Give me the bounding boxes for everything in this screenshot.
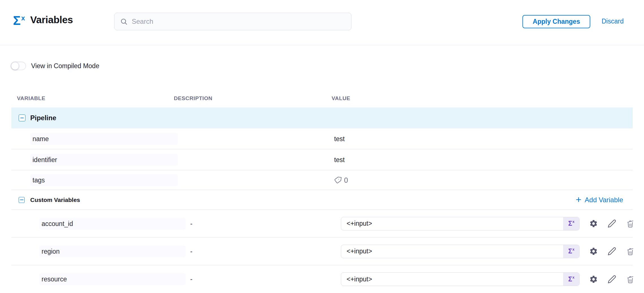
search-input[interactable]	[132, 18, 345, 25]
value-input[interactable]	[341, 245, 563, 258]
tags-count: 0	[334, 176, 348, 184]
row-actions	[589, 219, 635, 228]
runtime-input-sigma-icon[interactable]: Σx	[563, 245, 579, 258]
table-row-name: name test	[11, 128, 633, 149]
table-row-tags: tags 0	[11, 170, 633, 190]
runtime-input-field[interactable]: Σx	[341, 245, 580, 258]
group-title-custom-variables: Custom Variables	[30, 197, 80, 203]
row-actions	[589, 247, 635, 256]
column-header-value: VALUE	[332, 95, 350, 102]
variable-name-cell: region	[39, 245, 186, 257]
sigma-x-logo-icon: Σx	[13, 14, 24, 27]
variable-name-cell: tags	[30, 174, 178, 186]
table-row-resource: resource - Σx	[11, 265, 633, 293]
variable-value-cell: test	[334, 135, 345, 143]
group-row-custom-variables: Custom Variables + Add Variable	[11, 190, 633, 210]
delete-trash-icon[interactable]	[626, 247, 635, 256]
settings-gear-icon[interactable]	[589, 219, 598, 228]
value-input[interactable]	[341, 217, 563, 230]
collapse-minus-icon[interactable]	[19, 197, 25, 203]
settings-gear-icon[interactable]	[589, 247, 598, 256]
toggle-knob	[11, 62, 19, 70]
collapse-minus-icon[interactable]	[19, 115, 25, 121]
table-row-region: region - Σx	[11, 238, 633, 265]
magnifier-icon	[120, 18, 128, 25]
search-box[interactable]	[114, 13, 351, 30]
runtime-input-field[interactable]: Σx	[341, 272, 580, 286]
compiled-mode-toolbar: View in Compiled Mode	[11, 62, 99, 70]
compiled-mode-label: View in Compiled Mode	[31, 62, 99, 70]
runtime-input-field[interactable]: Σx	[341, 217, 580, 230]
discard-button[interactable]: Discard	[602, 18, 624, 25]
settings-gear-icon[interactable]	[589, 275, 598, 284]
column-header-description: DESCRIPTION	[174, 95, 212, 102]
column-header-variable: VARIABLE	[17, 95, 46, 102]
edit-pencil-icon[interactable]	[607, 247, 616, 256]
add-variable-button[interactable]: + Add Variable	[576, 195, 623, 205]
runtime-input-sigma-icon[interactable]: Σx	[563, 273, 579, 286]
edit-pencil-icon[interactable]	[607, 219, 616, 228]
group-title-pipeline: Pipeline	[30, 114, 56, 122]
variable-name-cell: account_id	[39, 218, 186, 229]
runtime-input-sigma-icon[interactable]: Σx	[563, 217, 579, 230]
delete-trash-icon[interactable]	[626, 275, 635, 284]
description-cell: -	[190, 220, 193, 227]
compiled-mode-toggle[interactable]	[11, 62, 26, 70]
table-row-identifier: identifier test	[11, 149, 633, 170]
variable-value-cell: test	[334, 156, 345, 163]
plus-icon: +	[576, 195, 581, 204]
variables-table: VARIABLE DESCRIPTION VALUE Pipeline name…	[11, 92, 633, 293]
variable-name-cell: name	[30, 133, 178, 145]
description-cell: -	[190, 275, 193, 283]
group-row-pipeline: Pipeline	[11, 107, 633, 128]
variable-name-cell: resource	[39, 273, 186, 285]
tag-icon	[333, 176, 342, 184]
row-actions	[589, 275, 635, 284]
delete-trash-icon[interactable]	[626, 219, 635, 228]
edit-pencil-icon[interactable]	[607, 275, 616, 284]
description-cell: -	[190, 247, 193, 255]
page-header: Σx Variables Apply Changes Discard	[0, 0, 644, 45]
table-row-account-id: account_id - Σx	[11, 210, 633, 238]
value-input[interactable]	[341, 273, 563, 286]
page-title: Variables	[30, 14, 73, 25]
variable-name-cell: identifier	[30, 154, 178, 165]
table-header-row: VARIABLE DESCRIPTION VALUE	[11, 92, 633, 107]
apply-changes-button[interactable]: Apply Changes	[522, 15, 590, 28]
